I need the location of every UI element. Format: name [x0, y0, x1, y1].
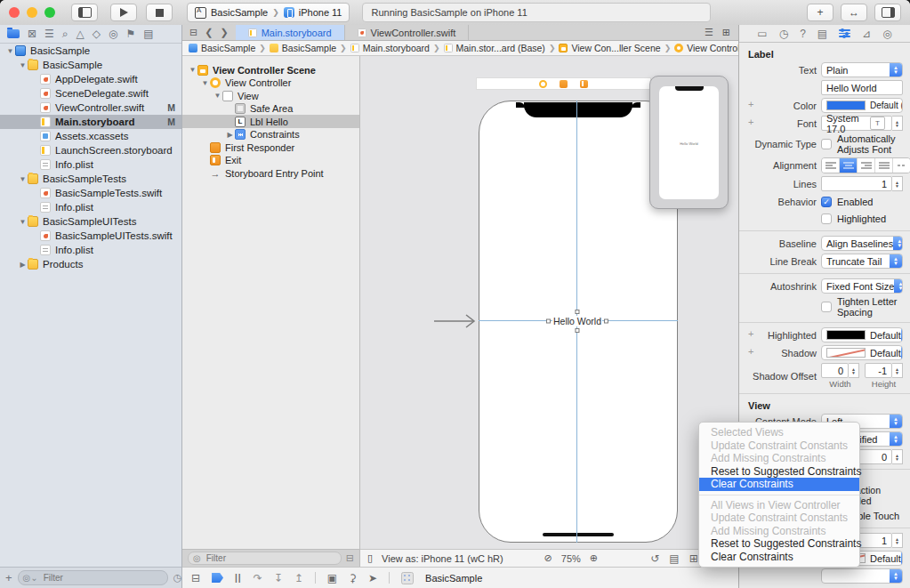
menu-item-reset-to-suggested-constraints-all[interactable]: Reset to Suggested Constraints	[699, 537, 859, 551]
find-navigator-icon[interactable]: ⌕	[62, 28, 68, 40]
zoom-out-button[interactable]: ⊘	[544, 552, 552, 564]
symbol-navigator-icon[interactable]: ☰	[44, 28, 54, 40]
menu-item-clear-constraints-highlighted[interactable]: Clear Constraints	[699, 478, 859, 491]
library-add-button[interactable]: +	[807, 4, 833, 21]
inspector-toggle-button[interactable]	[874, 4, 901, 21]
disclosure-triangle-icon[interactable]: ▶	[18, 261, 28, 269]
outline-row-view-controller[interactable]: ▼View Controller	[182, 77, 359, 90]
file-row[interactable]: Info.plist	[0, 157, 181, 172]
outline-row-safe-area[interactable]: Safe Area	[182, 102, 359, 116]
shadow-height-field[interactable]: -1	[865, 363, 892, 378]
file-row-group[interactable]: ▶Products	[0, 257, 181, 271]
shadow-color-popup[interactable]: Default▲▼	[821, 345, 903, 360]
breadcrumb[interactable]: Main.storyboard	[350, 43, 430, 53]
font-field[interactable]: System 17.0T	[821, 116, 892, 131]
view-as-label[interactable]: View as: iPhone 11 (wC hR)	[382, 553, 503, 564]
disclosure-triangle-icon[interactable]: ▼	[213, 92, 222, 100]
breadcrumb[interactable]: BasicSample	[189, 43, 255, 53]
outline-row-lbl-hello[interactable]: LLbl Hello	[182, 115, 359, 128]
step-into-button[interactable]: ↧	[274, 572, 283, 584]
simulate-location-button[interactable]: ➤	[368, 572, 377, 584]
navigator-toggle-button[interactable]	[71, 4, 98, 21]
zoom-in-button[interactable]: ⊕	[590, 552, 598, 564]
resize-handle[interactable]	[575, 310, 579, 314]
navigator-filter-field[interactable]: ◎⌄	[18, 570, 168, 585]
disclosure-triangle-icon[interactable]: ▼	[188, 66, 197, 74]
recent-files-filter-icon[interactable]: ◷	[173, 572, 182, 584]
file-row-group[interactable]: ▼BasicSample	[0, 58, 181, 72]
breadcrumb[interactable]: Main.stor...ard (Base)	[444, 43, 545, 53]
add-file-button[interactable]: +	[5, 571, 12, 584]
file-row[interactable]: SceneDelegate.swift	[0, 86, 181, 101]
shadow-width-field[interactable]: 0	[821, 363, 849, 378]
tag-stepper[interactable]: ▲▼	[892, 449, 903, 464]
label-text-field[interactable]: Hello World	[821, 80, 903, 95]
autoshrink-popup[interactable]: Fixed Font Size▲▼	[821, 278, 903, 294]
file-row[interactable]: Info.plist	[0, 243, 181, 257]
back-button[interactable]: ❮	[205, 27, 213, 38]
color-popup[interactable]: Default (Label Color)▲▼	[821, 98, 903, 113]
close-window-button[interactable]	[9, 7, 20, 18]
update-frames-button[interactable]: ↺	[650, 552, 659, 565]
shadow-height-stepper[interactable]: ▲▼	[892, 363, 903, 378]
zoom-level[interactable]: 75%	[561, 553, 581, 564]
breakpoint-navigator-icon[interactable]: ⚑	[126, 28, 136, 40]
exit-icon[interactable]	[580, 80, 588, 88]
resize-handle[interactable]	[604, 319, 608, 324]
outline-row-scene[interactable]: ▼View Controller Scene	[182, 63, 359, 77]
pause-button[interactable]: ||	[235, 573, 242, 583]
add-editor-button[interactable]: ⊞	[722, 27, 730, 38]
align-center-segment[interactable]	[840, 158, 858, 173]
lines-field[interactable]: 1	[821, 176, 892, 191]
file-row[interactable]: Assets.xcassets	[0, 129, 181, 143]
tint-color-popup[interactable]: ▲▼	[821, 568, 903, 584]
report-navigator-icon[interactable]: ▤	[143, 28, 153, 40]
baseline-popup[interactable]: Align Baselines▲▼	[821, 236, 903, 251]
breadcrumb[interactable]: BasicSample	[270, 43, 336, 53]
file-row[interactable]: AppDelegate.swift	[0, 72, 181, 86]
file-row-group[interactable]: ▼BasicSampleTests	[0, 172, 181, 186]
align-justified-segment[interactable]	[875, 158, 893, 173]
run-button[interactable]	[110, 4, 137, 21]
file-inspector-icon[interactable]: ▭	[757, 28, 767, 40]
outline-filter-field[interactable]: ◎	[188, 552, 342, 565]
file-row[interactable]: BasicSampleUITests.swift	[0, 229, 181, 243]
help-inspector-icon[interactable]: ?	[800, 28, 806, 40]
outline-filter-input[interactable]	[205, 552, 336, 564]
outline-row-constraints[interactable]: ▶Constraints	[182, 128, 359, 141]
debug-navigator-icon[interactable]: ◎	[109, 28, 117, 40]
stop-button[interactable]	[146, 4, 173, 21]
text-style-popup[interactable]: Plain▲▼	[821, 62, 903, 77]
issue-navigator-icon[interactable]: △	[77, 28, 85, 40]
align-right-segment[interactable]	[858, 158, 875, 173]
disclosure-triangle-icon[interactable]: ▼	[18, 218, 28, 226]
font-size-stepper[interactable]: ▲▼	[892, 116, 903, 131]
device-bar-toggle-icon[interactable]: ▯	[367, 552, 373, 564]
file-row[interactable]: LaunchScreen.storyboard	[0, 143, 181, 157]
minimize-window-button[interactable]	[27, 7, 37, 18]
outline-row-first-responder[interactable]: First Responder	[182, 141, 359, 154]
first-responder-icon[interactable]	[560, 80, 568, 88]
breakpoints-toggle-button[interactable]	[212, 573, 223, 583]
view-hierarchy-button[interactable]: ▣	[327, 572, 337, 584]
memory-graph-button[interactable]: ⚳	[349, 572, 357, 584]
menu-item-clear-constraints-all[interactable]: Clear Constraints	[699, 551, 859, 564]
disclosure-triangle-icon[interactable]: ▼	[200, 79, 210, 87]
file-row-selected[interactable]: Main.storyboardM	[0, 115, 181, 129]
size-inspector-icon[interactable]: ⊿	[862, 28, 871, 40]
tab-viewcontroller-swift[interactable]: ViewController.swift	[345, 25, 470, 40]
storyboard-canvas[interactable]: Hello World Hello World	[360, 56, 738, 549]
forward-button[interactable]: ❯	[220, 27, 228, 38]
outline-row-entry-point[interactable]: →Storyboard Entry Point	[182, 166, 359, 180]
attributes-inspector-icon[interactable]	[839, 29, 850, 37]
project-navigator-icon[interactable]	[7, 29, 20, 38]
breadcrumb[interactable]: View Controller	[674, 43, 738, 53]
disclosure-triangle-icon[interactable]: ▶	[225, 131, 235, 139]
lines-stepper[interactable]: ▲▼	[892, 176, 903, 191]
identity-inspector-icon[interactable]: ▤	[817, 28, 827, 40]
simulator-preview-window[interactable]: Hello World	[649, 76, 729, 209]
disclosure-triangle-icon[interactable]: ▼	[18, 61, 28, 69]
navigator-filter-input[interactable]	[42, 572, 163, 584]
view-controller-icon[interactable]	[539, 80, 547, 88]
tab-main-storyboard[interactable]: Main.storyboard	[236, 25, 345, 40]
